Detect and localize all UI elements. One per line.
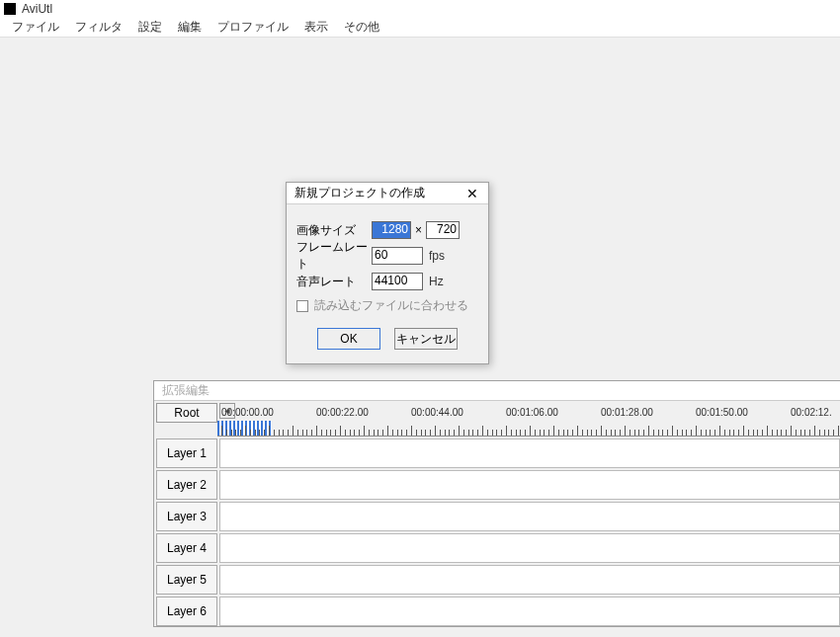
layer-row-4: Layer 4 (154, 533, 840, 563)
ruler-area[interactable]: ◄ 00:00:00.00 00:00:22.00 00:00:44.00 00… (217, 401, 840, 437)
fps-input[interactable]: 60 (372, 247, 423, 265)
layer-label-3[interactable]: Layer 3 (156, 502, 217, 531)
match-file-checkbox[interactable] (296, 300, 308, 312)
layer-track-1[interactable] (219, 438, 840, 468)
framerate-label: フレームレート (296, 239, 372, 273)
layer-track-3[interactable] (219, 502, 840, 531)
root-button[interactable]: Root (156, 403, 217, 423)
time-mark-4: 00:01:28.00 (601, 407, 653, 418)
time-mark-3: 00:01:06.00 (506, 407, 558, 418)
layer-track-2[interactable] (219, 470, 840, 500)
timeline-title: 拡張編集 (154, 381, 840, 401)
layer-label-6[interactable]: Layer 6 (156, 597, 217, 626)
height-input[interactable]: 720 (426, 221, 460, 239)
time-mark-5: 00:01:50.00 (696, 407, 748, 418)
layer-row-2: Layer 2 (154, 470, 840, 500)
menu-profile[interactable]: プロファイル (210, 17, 296, 38)
layer-row-1: Layer 1 (154, 438, 840, 468)
layer-track-5[interactable] (219, 565, 840, 595)
cancel-button[interactable]: キャンセル (394, 328, 458, 350)
close-icon[interactable]: ✕ (461, 186, 484, 201)
layer-row-6: Layer 6 (154, 597, 840, 626)
time-mark-1: 00:00:22.00 (316, 407, 369, 418)
layer-row-3: Layer 3 (154, 502, 840, 531)
new-project-dialog: 新規プロジェクトの作成 ✕ 画像サイズ 1280 × 720 フレームレート 6… (286, 182, 489, 364)
image-size-label: 画像サイズ (296, 222, 372, 239)
audiorate-row: 音声レート 44100 Hz (296, 272, 478, 291)
app-title: AviUtl (22, 2, 52, 16)
app-icon (4, 3, 16, 15)
menu-filter[interactable]: フィルタ (67, 17, 130, 38)
framerate-row: フレームレート 60 fps (296, 246, 478, 266)
match-file-label: 読み込むファイルに合わせる (314, 297, 468, 314)
timeline-window: 拡張編集 Root ◄ 00:00:00.00 00:00:22.00 00:0… (153, 380, 840, 627)
menu-other[interactable]: その他 (336, 17, 387, 38)
width-input[interactable]: 1280 (372, 221, 411, 239)
ok-button[interactable]: OK (317, 328, 380, 350)
time-mark-2: 00:00:44.00 (411, 407, 463, 418)
fps-unit: fps (429, 249, 445, 263)
dialog-title: 新規プロジェクトの作成 (294, 185, 425, 201)
menu-settings[interactable]: 設定 (130, 17, 170, 38)
menu-edit[interactable]: 編集 (170, 17, 210, 38)
ruler-ticks (217, 421, 840, 437)
title-bar: AviUtl (0, 0, 840, 18)
times-symbol: × (415, 223, 422, 237)
audio-input[interactable]: 44100 (372, 273, 423, 290)
layers: Layer 1 Layer 2 Layer 3 Layer 4 Layer 5 … (154, 438, 840, 626)
layer-track-6[interactable] (219, 597, 840, 626)
dialog-body: 画像サイズ 1280 × 720 フレームレート 60 fps 音声レート 44… (287, 204, 488, 363)
hz-unit: Hz (429, 275, 444, 288)
layer-row-5: Layer 5 (154, 565, 840, 595)
time-mark-0: 00:00:00.00 (221, 407, 274, 418)
layer-label-1[interactable]: Layer 1 (156, 438, 217, 468)
dialog-title-bar[interactable]: 新規プロジェクトの作成 ✕ (287, 183, 488, 204)
layer-track-4[interactable] (219, 533, 840, 563)
timeline-ruler-row: Root ◄ 00:00:00.00 00:00:22.00 00:00:44.… (154, 401, 840, 437)
menu-bar: ファイル フィルタ 設定 編集 プロファイル 表示 その他 (0, 18, 840, 38)
match-file-row[interactable]: 読み込むファイルに合わせる (296, 297, 478, 314)
menu-file[interactable]: ファイル (4, 17, 67, 38)
audiorate-label: 音声レート (296, 274, 372, 290)
time-mark-6: 00:02:12. (791, 407, 832, 418)
image-size-row: 画像サイズ 1280 × 720 (296, 220, 478, 240)
time-labels: 00:00:00.00 00:00:22.00 00:00:44.00 00:0… (217, 407, 840, 419)
menu-view[interactable]: 表示 (296, 17, 336, 38)
layer-label-2[interactable]: Layer 2 (156, 470, 217, 500)
dialog-button-row: OK キャンセル (296, 328, 478, 350)
layer-label-5[interactable]: Layer 5 (156, 565, 217, 595)
layer-label-4[interactable]: Layer 4 (156, 533, 217, 563)
